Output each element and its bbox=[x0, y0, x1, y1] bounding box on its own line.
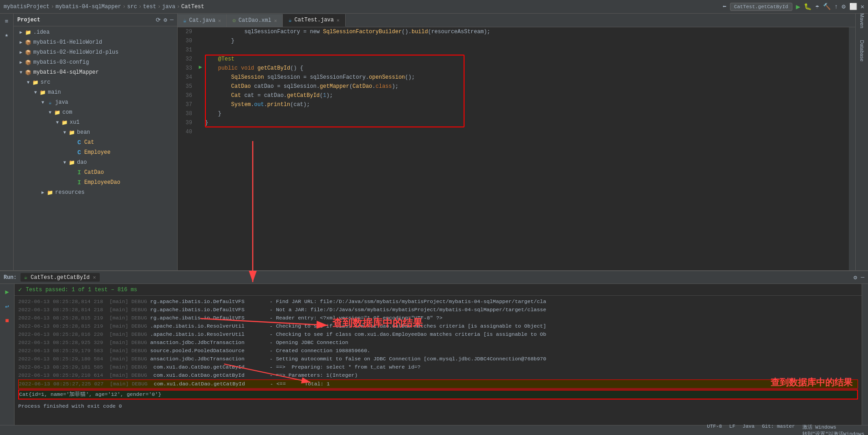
interface-icon-employeedao: I bbox=[76, 179, 83, 186]
breadcrumb-module[interactable]: mybatis-04-sqlMapper bbox=[56, 4, 121, 10]
tab-catdaoxml[interactable]: ⚙ CatDao.xml ✕ bbox=[227, 14, 283, 27]
ts-5: 2022-06-13 08:25:28,816 220 [ bbox=[18, 330, 112, 339]
ts-2: 2022-06-13 08:25:28,814 218 [ bbox=[18, 306, 112, 314]
run-rerun-icon[interactable]: ↩ bbox=[1, 300, 13, 312]
module-icon-mybatis04: 📦 bbox=[25, 69, 32, 76]
run-settings-icon[interactable]: ⚙ bbox=[853, 274, 857, 281]
folder-icon-com: 📁 bbox=[54, 109, 61, 116]
code-line-30: 30 } bbox=[178, 36, 849, 46]
run-output-line-6: 2022-06-13 08:25:28,925 329 [ main] DEBU… bbox=[18, 339, 858, 347]
tree-item-cat[interactable]: ▶ C Cat bbox=[14, 137, 177, 147]
tree-label-dao: dao bbox=[77, 159, 87, 166]
editor-tabs: ☕ Cat.java ✕ ⚙ CatDao.xml ✕ ☕ CatTest.ja… bbox=[178, 14, 855, 27]
settings-icon[interactable]: ⚙ bbox=[842, 3, 845, 10]
tree-item-mybatis03[interactable]: ▶ 📦 mybatis-03-config bbox=[14, 57, 177, 67]
tree-item-main[interactable]: ▼ 📁 main bbox=[14, 87, 177, 97]
tree-item-bean[interactable]: ▼ 📁 bean bbox=[14, 127, 177, 137]
pass-check-icon: ✓ bbox=[18, 286, 22, 293]
run-stop-icon[interactable]: ■ bbox=[1, 315, 13, 327]
database-icon[interactable]: Database bbox=[857, 46, 868, 56]
panel-hide-icon[interactable]: — bbox=[170, 16, 174, 24]
sidebar-icon-favorites[interactable]: ★ bbox=[1, 29, 13, 41]
level-4: main] DEBUG bbox=[112, 322, 147, 330]
line-content-34: SqlSession sqlSession = sqlSessionFactor… bbox=[205, 73, 849, 82]
run-button[interactable]: ▶ bbox=[796, 2, 801, 11]
panel-sync-icon[interactable]: ⟳ bbox=[156, 16, 161, 24]
run-close-icon[interactable]: — bbox=[861, 274, 864, 281]
ts-6: 2022-06-13 08:25:28,925 329 [ bbox=[18, 339, 112, 347]
breadcrumb-project[interactable]: mybatisProject bbox=[4, 4, 50, 10]
line-num-35: 35 bbox=[178, 82, 196, 91]
tab-close-catdaoxml[interactable]: ✕ bbox=[274, 18, 277, 24]
code-line-40: 40 bbox=[178, 127, 849, 137]
run-output[interactable]: 2022-06-13 08:25:28,814 218 [ main] DEBU… bbox=[15, 296, 862, 425]
tab-close-cattest[interactable]: ✕ bbox=[337, 17, 340, 23]
close-icon[interactable]: ✕ bbox=[861, 3, 864, 10]
tree-item-catdao[interactable]: ▶ I CatDao bbox=[14, 167, 177, 177]
build-icon[interactable]: 🔨 bbox=[823, 3, 831, 10]
tree-item-idea[interactable]: ▶ 📁 .idea bbox=[14, 27, 177, 37]
line-num-31: 31 bbox=[178, 46, 196, 55]
line-content-37: System.out.println(cat); bbox=[205, 100, 849, 109]
tree-item-resources[interactable]: ▶ 📁 resources bbox=[14, 187, 177, 197]
tree-arrow-resources: ▶ bbox=[39, 190, 46, 195]
editor-container: 29 sqlSessionFactory = new SqlSessionFac… bbox=[178, 27, 855, 270]
tab-close-catjava[interactable]: ✕ bbox=[218, 18, 221, 24]
tree-arrow-idea: ▶ bbox=[17, 30, 25, 35]
module-icon-mybatis01: 📦 bbox=[25, 39, 32, 46]
tree-item-employeedao[interactable]: ▶ I EmployeeDao bbox=[14, 177, 177, 187]
run-tab[interactable]: ☕ CatTest.getCatById ✕ bbox=[20, 273, 100, 282]
debug-button[interactable]: 🐛 bbox=[804, 3, 812, 10]
line-num-29: 29 bbox=[178, 27, 196, 36]
sidebar-icon-structure[interactable]: ≡ bbox=[1, 15, 13, 27]
code-editor[interactable]: 29 sqlSessionFactory = new SqlSessionFac… bbox=[178, 27, 849, 270]
run-gutter-33[interactable]: ▶ bbox=[199, 64, 202, 71]
line-num-37: 37 bbox=[178, 100, 196, 109]
run-play-icon[interactable]: ▶ bbox=[1, 286, 13, 298]
tree-item-xu1[interactable]: ▼ 📁 xu1 bbox=[14, 117, 177, 127]
tab-label-catdaoxml: CatDao.xml bbox=[239, 17, 271, 24]
tree-item-mybatis02[interactable]: ▶ 📦 mybatis-02-HelloWorld-plus bbox=[14, 47, 177, 57]
win-activate-text[interactable]: 激活 Windows转到"设置"以激活Windows bbox=[802, 424, 864, 435]
line-num-38: 38 bbox=[178, 109, 196, 118]
maximize-icon[interactable]: ⬜ bbox=[849, 3, 857, 10]
tree-item-mybatis01[interactable]: ▶ 📦 mybatis-01-HelloWorld bbox=[14, 37, 177, 47]
tree-label-com: com bbox=[62, 109, 72, 116]
tab-catjava[interactable]: ☕ Cat.java ✕ bbox=[178, 14, 227, 27]
tree-item-java[interactable]: ▼ ☕ java bbox=[14, 97, 177, 107]
tree-item-employee[interactable]: ▶ C Employee bbox=[14, 147, 177, 157]
project-panel-title: Project bbox=[17, 17, 40, 23]
git-icon[interactable]: ↑ bbox=[834, 3, 838, 10]
maven-icon[interactable]: Maven bbox=[857, 15, 868, 26]
tree-arrow-src: ▼ bbox=[25, 80, 32, 85]
back-icon[interactable]: ⬅ bbox=[722, 3, 726, 10]
coverage-button[interactable]: ☂ bbox=[815, 3, 819, 10]
run-tab-close[interactable]: ✕ bbox=[93, 275, 96, 280]
run-output-line-10: 2022-06-13 08:25:29,210 614 [ main] DEBU… bbox=[18, 371, 858, 379]
run-config-selector[interactable]: CatTest.getCatById bbox=[730, 3, 792, 11]
tab-cattest[interactable]: ☕ CatTest.java ✕ bbox=[283, 14, 345, 27]
run-output-line-7: 2022-06-13 08:25:29,179 583 [ main] DEBU… bbox=[18, 347, 858, 355]
tree-item-mybatis04[interactable]: ▼ 📦 mybatis-04-sqlMapper bbox=[14, 67, 177, 77]
tree-label-java: java bbox=[55, 99, 68, 106]
editor-right-gutter bbox=[849, 27, 855, 270]
breadcrumb-src[interactable]: src bbox=[127, 4, 137, 10]
breadcrumb-test[interactable]: test bbox=[143, 4, 156, 10]
tree-label-xu1: xu1 bbox=[70, 119, 80, 126]
project-tree: ▶ 📁 .idea ▶ 📦 mybatis-01-HelloWorld ▶ 📦 … bbox=[14, 26, 177, 270]
top-bar-actions: ⬅ CatTest.getCatById ▶ 🐛 ☂ 🔨 ↑ ⚙ ⬜ ✕ bbox=[722, 2, 864, 11]
tree-item-com[interactable]: ▼ 📁 com bbox=[14, 107, 177, 117]
tree-item-src[interactable]: ▼ 📁 src bbox=[14, 77, 177, 87]
breadcrumb-java[interactable]: java bbox=[162, 4, 175, 10]
tree-arrow-com: ▼ bbox=[46, 110, 54, 115]
tree-item-dao[interactable]: ▼ 📁 dao bbox=[14, 157, 177, 167]
run-label: Run: bbox=[4, 274, 17, 281]
line-content-39: } bbox=[205, 118, 849, 127]
code-line-36: 36 Cat cat = catDao.getCatById(1); bbox=[178, 91, 849, 100]
panel-gear-icon[interactable]: ⚙ bbox=[163, 16, 167, 24]
msg-3: rg.apache.ibatis.io.DefaultVFS - Reader … bbox=[147, 314, 443, 322]
folder-icon-idea: 📁 bbox=[25, 29, 32, 36]
pass-text: Tests passed: 1 of 1 test – 816 ms bbox=[26, 287, 137, 293]
status-bar: UTF-8 LF Java Git: master 激活 Windows转到"设… bbox=[0, 425, 868, 435]
breadcrumb-class[interactable]: CatTest bbox=[181, 4, 204, 10]
